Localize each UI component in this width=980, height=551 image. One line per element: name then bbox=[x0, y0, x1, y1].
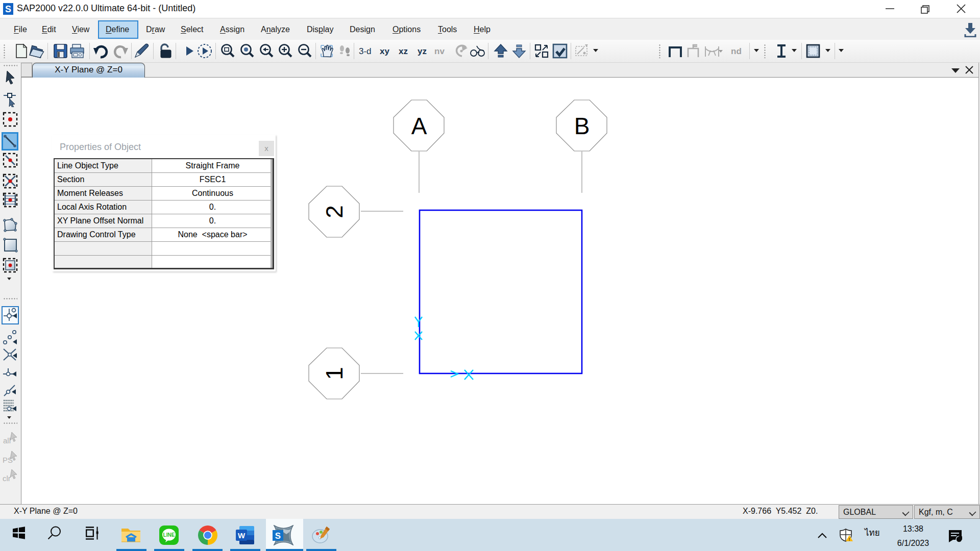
svg-text:1: 1 bbox=[321, 367, 348, 380]
svg-text:2: 2 bbox=[321, 205, 348, 218]
svg-text:S: S bbox=[5, 4, 11, 14]
svg-text:!: ! bbox=[849, 537, 850, 542]
svg-text:all: all bbox=[3, 436, 11, 445]
svg-text:B: B bbox=[574, 113, 590, 139]
svg-text:W: W bbox=[238, 531, 246, 540]
svg-text:A: A bbox=[411, 113, 427, 139]
svg-text:LINE: LINE bbox=[163, 532, 175, 538]
svg-text:S: S bbox=[275, 531, 281, 541]
svg-text:clr: clr bbox=[3, 474, 11, 483]
